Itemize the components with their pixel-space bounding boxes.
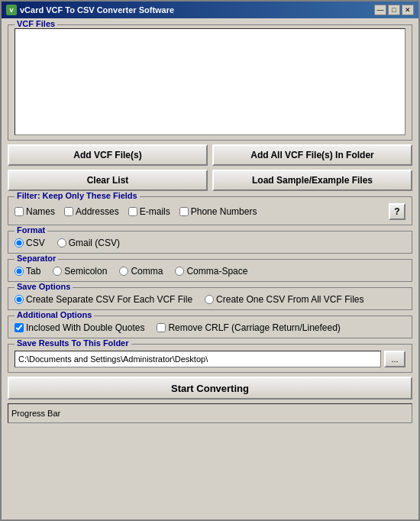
filter-phones: Phone Numbers (179, 206, 257, 217)
gmail-radio[interactable] (57, 238, 66, 248)
phones-checkbox[interactable] (179, 207, 189, 216)
crlf-label: Remove CRLF (Carriage Return/Linefeed) (168, 322, 340, 333)
vcf-files-label: VCF Files (15, 19, 57, 28)
phones-label: Phone Numbers (191, 206, 257, 217)
minimize-button[interactable]: — (374, 5, 386, 15)
browse-button[interactable]: ... (384, 351, 405, 367)
folder-row: ... (15, 351, 405, 367)
tab-radio[interactable] (15, 267, 24, 276)
comma-radio[interactable] (119, 267, 128, 276)
separator-row: Tab Semicolon Comma Comma-Space (15, 266, 405, 277)
title-bar-left: v vCard VCF To CSV Converter Software (6, 5, 174, 15)
emails-label: E-mails (140, 206, 170, 217)
emails-checkbox[interactable] (128, 207, 137, 216)
add-vcf-button[interactable]: Add VCF File(s) (8, 144, 208, 166)
load-sample-button[interactable]: Load Sample/Example Files (212, 170, 412, 191)
filter-emails: E-mails (128, 206, 170, 217)
tab-label: Tab (26, 266, 40, 277)
progress-bar: Progress Bar (8, 403, 412, 423)
comma-space-radio[interactable] (175, 267, 184, 276)
filter-names: Names (15, 206, 55, 217)
names-label: Names (26, 206, 55, 217)
title-bar: v vCard VCF To CSV Converter Software — … (2, 2, 418, 18)
separate-label: Create Separate CSV For Each VCF File (26, 294, 192, 305)
separator-group-label: Separator (15, 254, 58, 263)
progress-label: Progress Bar (11, 409, 60, 418)
vcf-files-group: VCF Files (8, 24, 412, 141)
one-csv-radio[interactable] (205, 295, 214, 304)
format-group-label: Format (15, 225, 47, 235)
maximize-button[interactable]: □ (388, 5, 400, 15)
content-area: VCF Files Add VCF File(s) Add All VCF Fi… (2, 18, 418, 519)
format-gmail: Gmail (CSV) (57, 238, 120, 248)
additional-options-group: Additional Options Inclosed With Double … (8, 316, 412, 338)
add-buttons-row: Add VCF File(s) Add All VCF File(s) In F… (8, 144, 412, 166)
addresses-label: Addresses (76, 206, 119, 217)
crlf-checkbox[interactable] (157, 323, 166, 332)
separator-group: Separator Tab Semicolon Comma Comma-Spac… (8, 259, 412, 282)
comma-space-label: Comma-Space (186, 266, 247, 277)
semicolon-radio[interactable] (53, 267, 62, 276)
comma-label: Comma (131, 266, 163, 277)
filter-row: Names Addresses E-mails Phone Numbers ? (15, 203, 405, 220)
save-options-group: Save Options Create Separate CSV For Eac… (8, 287, 412, 310)
ao-crlf: Remove CRLF (Carriage Return/Linefeed) (157, 322, 340, 333)
save-separate: Create Separate CSV For Each VCF File (15, 294, 192, 305)
close-button[interactable]: ✕ (402, 5, 414, 15)
sep-comma: Comma (119, 266, 163, 277)
main-window: v vCard VCF To CSV Converter Software — … (0, 0, 420, 521)
csv-label: CSV (26, 238, 45, 248)
filter-group: Filter: Keep Only These Fields Names Add… (8, 196, 412, 225)
gmail-label: Gmail (CSV) (69, 238, 120, 248)
format-group: Format CSV Gmail (CSV) (8, 231, 412, 254)
add-all-button[interactable]: Add All VCF File(s) In Folder (212, 144, 412, 166)
quotes-checkbox[interactable] (15, 323, 24, 332)
save-options-row: Create Separate CSV For Each VCF File Cr… (15, 294, 405, 305)
additional-options-label: Additional Options (15, 310, 94, 319)
help-button[interactable]: ? (389, 203, 405, 220)
start-converting-button[interactable]: Start Converting (8, 377, 412, 400)
window-title: vCard VCF To CSV Converter Software (20, 5, 174, 15)
clear-load-row: Clear List Load Sample/Example Files (8, 170, 412, 191)
ao-quotes: Inclosed With Double Quotes (15, 322, 144, 333)
quotes-label: Inclosed With Double Quotes (26, 322, 144, 333)
vcf-file-list[interactable] (15, 28, 405, 135)
names-checkbox[interactable] (15, 207, 24, 216)
clear-list-button[interactable]: Clear List (8, 170, 208, 191)
separate-radio[interactable] (15, 295, 24, 304)
one-csv-label: Create One CSV From All VCF Files (216, 294, 363, 305)
save-folder-label: Save Results To This Folder (15, 338, 131, 348)
window-controls: — □ ✕ (374, 5, 414, 15)
semicolon-label: Semicolon (64, 266, 107, 277)
folder-input[interactable] (15, 351, 381, 367)
addresses-checkbox[interactable] (64, 207, 73, 216)
sep-tab: Tab (15, 266, 40, 277)
save-options-label: Save Options (15, 282, 73, 291)
filter-addresses: Addresses (64, 206, 119, 217)
app-icon: v (6, 5, 17, 15)
additional-row: Inclosed With Double Quotes Remove CRLF … (15, 322, 405, 333)
csv-radio[interactable] (15, 238, 24, 248)
format-row: CSV Gmail (CSV) (15, 238, 405, 248)
sep-semicolon: Semicolon (53, 266, 107, 277)
filter-group-label: Filter: Keep Only These Fields (15, 191, 140, 200)
format-csv: CSV (15, 238, 45, 248)
save-one: Create One CSV From All VCF Files (205, 294, 363, 305)
sep-comma-space: Comma-Space (175, 266, 247, 277)
save-folder-group: Save Results To This Folder ... (8, 344, 412, 373)
